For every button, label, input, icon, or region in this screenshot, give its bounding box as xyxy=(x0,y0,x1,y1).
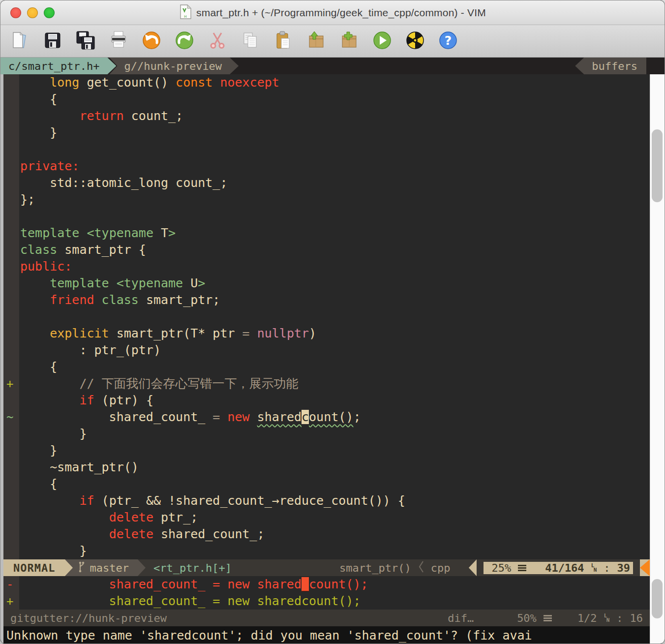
copy-button[interactable] xyxy=(239,30,262,53)
help-button[interactable]: ? xyxy=(437,30,459,53)
gutter-sign xyxy=(3,208,19,225)
code-line: - shared_count_ = new shared_count(); xyxy=(3,576,650,593)
document-icon: H xyxy=(179,4,192,21)
cut-button[interactable] xyxy=(206,30,229,53)
window-title: smart_ptr.h + (~/Programming/geek_time_c… xyxy=(196,7,486,19)
close-button[interactable] xyxy=(10,7,21,18)
paste-icon xyxy=(272,30,294,53)
preview-col-separator: : xyxy=(616,612,623,624)
gutter-sign xyxy=(3,258,19,275)
statusline-end-chevron-icon xyxy=(640,559,650,576)
scrollbar-thumb[interactable] xyxy=(652,129,663,202)
code-line: friend class smart_ptr; xyxy=(3,292,650,308)
hunk-preview-window[interactable]: - shared_count_ = new shared_count();+ s… xyxy=(3,576,650,610)
git-branch: master xyxy=(73,559,137,576)
current-function: smart_ptr() xyxy=(339,562,411,574)
gutter-sign: + xyxy=(3,593,19,610)
gutter-sign xyxy=(3,492,19,509)
column-number: 39 xyxy=(617,562,631,574)
code-line: template <typename U> xyxy=(3,275,650,292)
gutter-sign xyxy=(3,308,19,325)
gutter-sign xyxy=(3,191,19,208)
code-line: private: xyxy=(3,158,650,175)
svg-text:?: ? xyxy=(445,33,452,48)
gutter-sign xyxy=(3,359,19,375)
preview-title: gitgutter://hunk-preview xyxy=(10,612,167,624)
powerline-separator xyxy=(65,559,73,576)
code-line: return count_; xyxy=(3,108,650,124)
code-line: class smart_ptr { xyxy=(3,242,650,258)
scroll-percent: 25% xyxy=(491,562,511,574)
preview-percent: 50% xyxy=(517,612,537,624)
ln-icon xyxy=(604,613,610,622)
code-line: } xyxy=(3,124,650,141)
preview-filetype: dif… xyxy=(448,612,474,624)
tab-hunk-preview[interactable]: g//hunk-preview xyxy=(109,58,239,74)
gutter-sign xyxy=(3,392,19,409)
code-line: } xyxy=(3,442,650,459)
traffic-lights xyxy=(0,7,55,18)
code-line: : ptr_(ptr) xyxy=(3,342,650,359)
undo-button[interactable] xyxy=(140,30,163,53)
scrollbar-track[interactable] xyxy=(650,74,665,644)
gutter-sign: ~ xyxy=(3,409,19,426)
code-line: explicit smart_ptr(T* ptr = nullptr) xyxy=(3,325,650,342)
gutter-sign xyxy=(3,74,19,91)
buffers-menu-button[interactable]: buffers xyxy=(575,58,646,74)
ln-icon xyxy=(591,563,597,572)
gutter-sign xyxy=(3,292,19,308)
code-line: delete ptr_; xyxy=(3,509,650,526)
save-session-button[interactable] xyxy=(338,30,361,53)
code-line: + shared_count_ = new sharedcount(); xyxy=(3,593,650,610)
gutter-sign xyxy=(3,476,19,492)
open-file-button[interactable] xyxy=(8,30,31,53)
print-icon xyxy=(108,30,129,53)
paste-button[interactable] xyxy=(272,30,295,53)
save-button[interactable] xyxy=(41,30,64,53)
print-button[interactable] xyxy=(107,30,130,53)
cut-icon xyxy=(207,30,228,53)
gutter-sign xyxy=(3,275,19,292)
code-line: { xyxy=(3,359,650,375)
redo-button[interactable] xyxy=(173,30,196,53)
menu-icon xyxy=(544,615,552,621)
code-line: }; xyxy=(3,191,650,208)
toolbar: ? xyxy=(0,25,665,58)
build-button[interactable] xyxy=(404,30,426,53)
gutter-sign xyxy=(3,325,19,342)
gutter-sign xyxy=(3,509,19,526)
zoom-button[interactable] xyxy=(44,7,55,18)
editor-window[interactable]: long get_count() const noexcept { return… xyxy=(3,74,650,559)
undo-icon xyxy=(141,30,162,53)
titlebar: H smart_ptr.h + (~/Programming/geek_time… xyxy=(0,0,665,25)
tab-smart-ptr[interactable]: c/smart_ptr.h+ xyxy=(0,58,116,74)
code-line: ~ shared_count_ = new sharedcount(); xyxy=(3,409,650,426)
minimize-button[interactable] xyxy=(27,7,38,18)
gutter-sign xyxy=(3,242,19,258)
load-session-icon xyxy=(305,30,327,53)
gutter-sign xyxy=(3,426,19,442)
build-icon xyxy=(404,30,426,53)
powerline-separator xyxy=(469,559,477,576)
gutter-sign xyxy=(3,124,19,141)
vim-window: H smart_ptr.h + (~/Programming/geek_time… xyxy=(0,0,665,644)
gutter-sign xyxy=(3,526,19,543)
code-line: } xyxy=(3,543,650,559)
copy-icon xyxy=(240,30,261,53)
code-line: ~smart_ptr() xyxy=(3,459,650,476)
gutter-sign xyxy=(3,108,19,124)
preview-position: 1/2 xyxy=(577,612,597,624)
save-all-button[interactable] xyxy=(74,30,97,53)
code-line: { xyxy=(3,476,650,492)
save-icon xyxy=(42,30,63,53)
code-line xyxy=(3,208,650,225)
load-session-button[interactable] xyxy=(305,30,328,53)
code-line: + // 下面我们会存心写错一下，展示功能 xyxy=(3,375,650,392)
message-line: Unknown type name 'sharedcount'; did you… xyxy=(3,626,650,644)
gutter-sign xyxy=(3,141,19,158)
run-script-button[interactable] xyxy=(371,30,393,53)
statusline: NORMAL master <rt_ptr.h[+] smart_ptr() c… xyxy=(3,559,650,576)
gutter-sign: + xyxy=(3,375,19,392)
gutter-sign xyxy=(3,225,19,242)
scrollbar-thumb[interactable] xyxy=(652,579,663,618)
